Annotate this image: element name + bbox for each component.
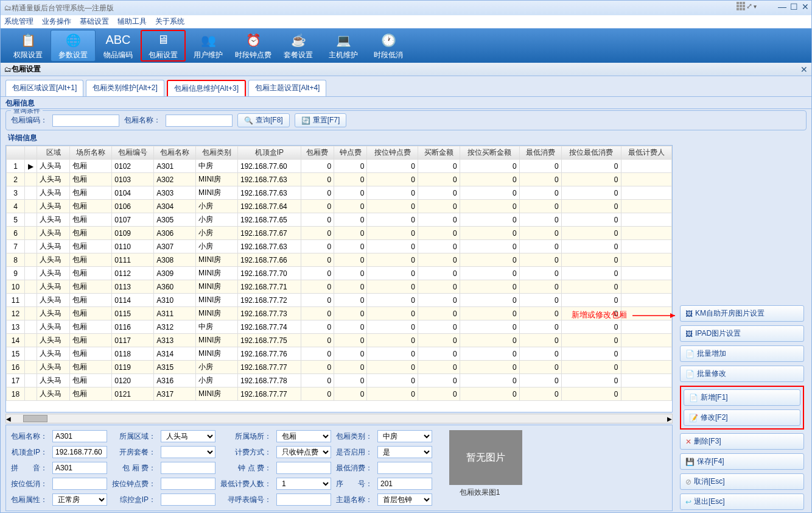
table-row[interactable]: 6人头马包厢0109A306小房192.168.77.670000000 — [7, 227, 672, 240]
col-header-2[interactable]: 场所名称 — [70, 146, 112, 160]
code-input[interactable] — [52, 115, 119, 127]
cell: 12 — [7, 307, 25, 320]
col-header-11[interactable]: 按位买断金额 — [460, 146, 519, 160]
col-header-9[interactable]: 按位钟点费 — [367, 146, 418, 160]
col-header-12[interactable]: 最低消费 — [519, 146, 561, 160]
menu-item-3[interactable]: 辅助工具 — [117, 16, 147, 27]
col-header-6[interactable]: 机顶盒IP — [238, 146, 301, 160]
tab-1[interactable]: 包厢类别维护[Alt+2] — [86, 80, 164, 96]
exit-button[interactable]: ↩退出[Esc] — [680, 494, 804, 510]
table-row[interactable]: 11人头马包厢0114A310MINI房192.168.77.720000000 — [7, 294, 672, 307]
menu-item-0[interactable]: 系统管理 — [4, 16, 33, 27]
col-header-1[interactable]: 区域 — [37, 146, 70, 160]
col-header-14[interactable]: 最低计费人 — [621, 146, 671, 160]
table-row[interactable]: 7人头马包厢0110A307小房192.168.77.630000000 — [7, 240, 672, 253]
table-row[interactable]: 16人头马包厢0119A315小房192.168.77.770000000 — [7, 361, 672, 374]
grid-widget[interactable]: ⤢ ▾ — [737, 2, 757, 10]
form-field-seatHour[interactable] — [161, 478, 215, 490]
tab-3[interactable]: 包厢主题设置[Alt+4] — [248, 80, 326, 96]
form-field-roomFee[interactable] — [161, 462, 215, 474]
col-header-10[interactable]: 买断金额 — [418, 146, 460, 160]
form-field-seq[interactable] — [377, 478, 432, 490]
form-field-roomProp[interactable]: 正常房 — [52, 494, 107, 506]
toolbar-item-6[interactable]: ☕套餐设置 — [276, 30, 321, 62]
form-field-pinyin[interactable] — [52, 462, 107, 474]
col-header-7[interactable]: 包厢费 — [301, 146, 334, 160]
form-field-meterCode[interactable] — [276, 494, 331, 506]
form-field-theme[interactable]: 首层包钟 — [377, 494, 432, 506]
table-row[interactable]: 15人头马包厢0118A314MINI房192.168.77.760000000 — [7, 347, 672, 361]
form-field-name[interactable] — [52, 430, 107, 442]
cell: 0 — [418, 240, 460, 253]
col-header-4[interactable]: 包厢名称 — [154, 146, 196, 160]
col-header-5[interactable]: 包厢类别 — [196, 146, 238, 160]
search-button[interactable]: 🔍查询[F8] — [237, 113, 290, 127]
col-header-8[interactable]: 钟点费 — [334, 146, 367, 160]
add-button[interactable]: 📄新增[F1] — [684, 389, 800, 406]
name-input[interactable] — [166, 115, 233, 127]
toolbar-icon: 🖥 — [155, 32, 172, 49]
table-row[interactable]: 3人头马包厢0104A303MINI房192.168.77.630000000 — [7, 186, 672, 200]
edit-button[interactable]: 📝修改[F2] — [684, 409, 800, 426]
table-row[interactable]: 10人头马包厢0113A360MINI房192.168.77.710000000 — [7, 280, 672, 294]
toolbar-item-7[interactable]: 💻主机维护 — [321, 30, 366, 62]
tab-2[interactable]: 包厢信息维护[Alt+3] — [167, 80, 246, 96]
toolbar-item-3[interactable]: 🖥包厢设置 — [141, 30, 186, 62]
toolbar-item-5[interactable]: ⏰时段钟点费 — [231, 30, 276, 62]
form-field-minPeople[interactable]: 1 — [276, 478, 331, 490]
toolbar-item-0[interactable]: 📋权限设置 — [5, 30, 51, 62]
ipad-image-button[interactable]: 🖼IPAD图片设置 — [680, 325, 804, 342]
table-row[interactable]: 8人头马包厢0111A308MINI房192.168.77.660000000 — [7, 253, 672, 267]
query-legend: 查询条件 — [11, 109, 43, 115]
sub-close-icon[interactable]: ✕ — [800, 65, 808, 74]
table-row[interactable]: 1▶人头马包厢0102A301中房192.168.77.600000000 — [7, 160, 672, 173]
table-row[interactable]: 2人头马包厢0103A302MINI房192.168.77.630000000 — [7, 173, 672, 186]
tab-0[interactable]: 包厢区域设置[Alt+1] — [5, 80, 83, 96]
col-header-13[interactable]: 按位最低消费 — [561, 146, 621, 160]
close-icon[interactable]: ✕ — [802, 2, 809, 12]
cell: 192.168.77.75 — [238, 334, 301, 347]
form-field-ctrlIP[interactable] — [161, 494, 215, 506]
reset-button[interactable]: 🔄重置[F7] — [295, 113, 347, 127]
menu-item-4[interactable]: 关于系统 — [155, 16, 184, 27]
table-row[interactable]: 18人头马包厢0121A317MINI房192.168.77.770000000 — [7, 387, 672, 401]
form-field-area[interactable]: 人头马 — [161, 430, 215, 442]
form-field-calcType[interactable]: 只收钟点费 — [276, 446, 331, 458]
form-field-minCons[interactable] — [377, 462, 432, 474]
toolbar-item-1[interactable]: 🌐参数设置 — [51, 30, 96, 62]
batch-add-button[interactable]: 📄批量增加 — [680, 345, 804, 362]
form-field-openPkg[interactable] — [161, 446, 215, 458]
batch-edit-button[interactable]: 📄批量修改 — [680, 366, 804, 382]
menu-item-1[interactable]: 业务操作 — [42, 16, 71, 27]
col-header-3[interactable]: 包厢编号 — [112, 146, 154, 160]
toolbar-item-2[interactable]: ABC物品编码 — [96, 30, 141, 62]
cell: 0 — [334, 253, 367, 267]
km-image-button[interactable]: 🖼KM自助开房图片设置 — [680, 305, 804, 322]
table-row[interactable]: 4人头马包厢0106A304小房192.168.77.640000000 — [7, 200, 672, 213]
table-row[interactable]: 13人头马包厢0116A312中房192.168.77.740000000 — [7, 320, 672, 334]
toolbar-item-4[interactable]: 👥用户维护 — [186, 30, 231, 62]
data-table-wrap[interactable]: 区域场所名称包厢编号包厢名称包厢类别机顶盒IP包厢费钟点费按位钟点费买断金额按位… — [5, 145, 673, 412]
maximize-icon[interactable]: ☐ — [790, 2, 798, 12]
cancel-button[interactable]: ⊘取消[Esc] — [680, 473, 804, 490]
minimize-icon[interactable]: — — [778, 2, 786, 12]
toolbar-item-8[interactable]: 🕐时段低消 — [366, 30, 411, 62]
save-button[interactable]: 💾保存[F4] — [680, 453, 804, 470]
menu-item-2[interactable]: 基础设置 — [80, 16, 109, 27]
form-field-ip[interactable] — [52, 446, 107, 458]
form-field-place[interactable]: 包厢 — [276, 430, 331, 442]
col-header-0[interactable] — [25, 146, 37, 160]
table-row[interactable]: 5人头马包厢0107A305小房192.168.77.650000000 — [7, 213, 672, 227]
cell — [621, 387, 671, 401]
form-field-hourFee[interactable] — [276, 462, 331, 474]
form-field-type[interactable]: 中房 — [377, 430, 432, 442]
horizontal-scrollbar[interactable]: ◀ ▶ — [5, 414, 673, 423]
delete-button[interactable]: ✕删除[F3] — [680, 433, 804, 450]
form-field-minSeat[interactable] — [52, 478, 107, 490]
table-row[interactable]: 17人头马包厢0120A316小房192.168.77.780000000 — [7, 374, 672, 387]
table-row[interactable]: 14人头马包厢0117A313MINI房192.168.77.750000000 — [7, 334, 672, 347]
expand-icon[interactable]: ⤢ — [746, 2, 752, 10]
form-label-openPkg: 开房套餐： — [112, 447, 156, 458]
form-field-enabled[interactable]: 是 — [377, 446, 432, 458]
table-row[interactable]: 9人头马包厢0112A309MINI房192.168.77.700000000 — [7, 267, 672, 280]
